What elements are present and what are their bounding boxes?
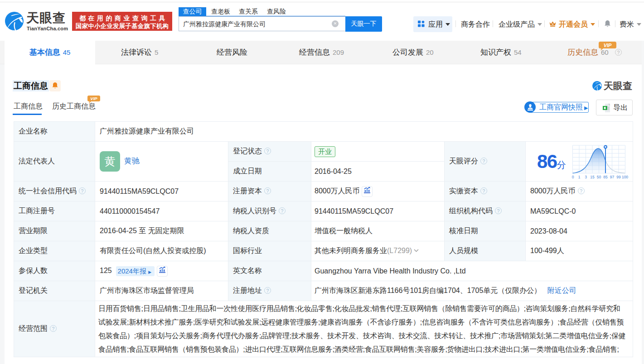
svg-text:50: 50 (596, 175, 601, 179)
svg-text:0: 0 (572, 175, 574, 179)
svg-text:1: 1 (578, 175, 580, 179)
svg-text:VIP: VIP (604, 43, 612, 48)
svg-text:97: 97 (610, 175, 614, 179)
svg-text:99: 99 (616, 175, 621, 179)
svg-text:85: 85 (603, 175, 608, 179)
svg-text:100: 100 (622, 175, 628, 179)
svg-text:VIP: VIP (90, 96, 97, 101)
svg-text:3: 3 (585, 175, 587, 179)
svg-text:15: 15 (590, 175, 595, 179)
